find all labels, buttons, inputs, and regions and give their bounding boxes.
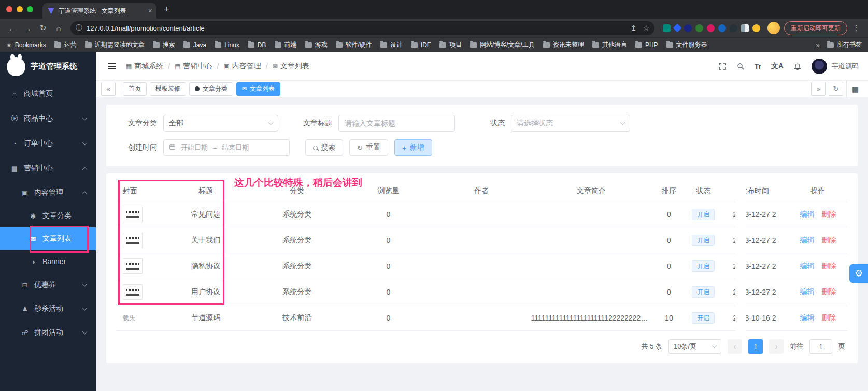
cover-thumbnail[interactable]	[123, 284, 143, 300]
bookmark-folder[interactable]: 设计	[380, 40, 403, 49]
bell-icon[interactable]	[793, 62, 802, 70]
sidebar-item-product-center[interactable]: Ⓟ 商品中心	[0, 106, 96, 131]
reset-button[interactable]: ↻ 重置	[349, 139, 388, 156]
bookmark-folder[interactable]: 文件服务器	[666, 40, 707, 49]
bookmark-folder[interactable]: 游戏	[305, 40, 328, 49]
current-page-button[interactable]: 1	[748, 339, 763, 354]
browser-tab[interactable]: 芋道管理系统 - 文章列表 ×	[42, 3, 156, 19]
tag-article-category[interactable]: 文章分类	[189, 82, 233, 96]
sidebar-item-article-category[interactable]: ✱ 文章分类	[0, 205, 96, 227]
back-icon[interactable]: ←	[5, 21, 19, 35]
bookmark-folder[interactable]: 其他语言	[592, 40, 627, 49]
edit-link[interactable]: 编辑	[800, 236, 815, 244]
reload-icon[interactable]: ↻	[36, 21, 50, 35]
delete-link[interactable]: 删除	[821, 262, 836, 270]
browser-menu-icon[interactable]: ⋮	[849, 21, 863, 35]
sidebar-item-groupbuy[interactable]: ☍ 拼团活动	[0, 321, 96, 344]
page-size-select[interactable]: 10条/页	[668, 339, 721, 354]
bookmark-folder[interactable]: 网站/博客/文章/工具	[470, 40, 535, 49]
extension-icon[interactable]	[673, 24, 682, 33]
prev-page-button[interactable]: ‹	[728, 339, 742, 354]
site-info-icon[interactable]: ⓘ	[76, 23, 82, 33]
font-size-icon[interactable]: Tr	[755, 62, 761, 70]
bookmark-folder[interactable]: PHP	[635, 41, 658, 49]
date-range-picker[interactable]: 开始日期 – 结束日期	[163, 139, 290, 156]
tag-home[interactable]: 首页	[123, 82, 147, 96]
all-bookmarks[interactable]: 所有书签	[827, 40, 862, 49]
breadcrumb-item-article-list[interactable]: ✉文章列表	[273, 62, 309, 71]
new-tab-button[interactable]: +	[164, 4, 169, 15]
layout-grid-icon[interactable]: ▦	[846, 81, 864, 97]
sidebar-item-article-list[interactable]: ✉ 文章列表	[0, 227, 96, 250]
sidebar-item-seckill[interactable]: ♟ 秒杀活动	[0, 297, 96, 321]
url-bar[interactable]: ⓘ 127.0.0.1/mall/promotion/content/artic…	[70, 21, 654, 35]
app-logo[interactable]: 芋道管理系统	[0, 52, 96, 81]
fullscreen-icon[interactable]	[718, 62, 727, 70]
share-icon[interactable]: ↥	[631, 24, 637, 32]
breadcrumb-item-content[interactable]: ▣内容管理	[223, 62, 261, 71]
window-zoom-button[interactable]	[27, 6, 33, 12]
extension-icon[interactable]	[707, 24, 715, 32]
bookmark-item-root[interactable]: ★Bookmarks	[6, 41, 46, 49]
sidebar-item-marketing-center[interactable]: ▤ 营销中心	[0, 156, 96, 181]
settings-fab[interactable]: ⚙	[849, 264, 868, 283]
window-close-button[interactable]	[6, 6, 12, 12]
bookmark-folder[interactable]: 项目	[439, 40, 462, 49]
sidebar-item-order-center[interactable]: ◔ 订单中心	[0, 131, 96, 156]
cover-thumbnail[interactable]	[123, 207, 143, 222]
status-select[interactable]: 请选择状态	[511, 115, 630, 132]
edit-link[interactable]: 编辑	[800, 210, 815, 218]
bookmark-folder[interactable]: 软件/硬件	[336, 40, 372, 49]
bookmark-folder[interactable]: 运营	[54, 40, 77, 49]
edit-link[interactable]: 编辑	[800, 287, 815, 296]
edit-link[interactable]: 编辑	[800, 313, 815, 322]
bookmark-folder[interactable]: DB	[248, 41, 266, 49]
extension-icon[interactable]	[718, 24, 726, 32]
delete-link[interactable]: 删除	[821, 210, 836, 218]
extension-icon[interactable]	[695, 24, 703, 32]
window-minimize-button[interactable]	[17, 6, 23, 12]
extension-icon[interactable]	[752, 24, 760, 32]
search-icon[interactable]	[736, 62, 745, 70]
bookmarks-overflow-icon[interactable]: »	[816, 41, 820, 49]
username[interactable]: 芋道源码	[832, 62, 859, 71]
forward-icon[interactable]: →	[21, 21, 34, 35]
add-button[interactable]: + 新增	[394, 139, 432, 156]
sidebar-item-coupon[interactable]: ⊟ 优惠券	[0, 273, 96, 297]
extension-icon[interactable]	[730, 24, 737, 32]
extension-icon[interactable]	[684, 24, 692, 32]
goto-page-input[interactable]	[809, 339, 832, 354]
bookmark-folder[interactable]: Java	[183, 41, 206, 49]
menu-toggle-icon[interactable]	[105, 60, 119, 73]
bookmark-folder[interactable]: Linux	[215, 41, 239, 49]
breadcrumb-item-mall[interactable]: ▦商城系统	[126, 62, 163, 71]
tags-refresh-icon[interactable]: ↻	[829, 82, 843, 96]
browser-profile-avatar[interactable]	[767, 22, 780, 34]
edit-link[interactable]: 编辑	[800, 262, 815, 270]
extension-icon[interactable]	[663, 24, 671, 32]
sidebar-item-mall-home[interactable]: ⌂ 商城首页	[0, 81, 96, 106]
tag-article-list[interactable]: ✉文章列表	[236, 82, 280, 96]
sidebar-item-banner[interactable]: ◑ Banner	[0, 250, 96, 273]
home-icon[interactable]: ⌂	[52, 21, 65, 35]
tags-collapse-right-icon[interactable]: »	[811, 82, 826, 96]
translate-icon[interactable]: 文A	[771, 62, 784, 71]
sidebar-item-content-management[interactable]: ▣ 内容管理	[0, 181, 96, 205]
bookmark-folder[interactable]: 搜索	[153, 40, 175, 49]
bookmark-folder[interactable]: 近期需要读的文章	[85, 40, 145, 49]
user-avatar[interactable]	[812, 59, 827, 74]
tag-template-decorate[interactable]: 模板装修	[150, 82, 186, 96]
next-page-button[interactable]: ›	[769, 339, 784, 354]
search-button[interactable]: 搜索	[305, 139, 343, 156]
article-title-input[interactable]	[338, 115, 455, 132]
cover-thumbnail[interactable]	[123, 258, 143, 274]
bookmark-folder[interactable]: IDE	[411, 41, 431, 49]
bookmark-folder[interactable]: 前端	[275, 40, 297, 49]
relaunch-update-button[interactable]: 重新启动即可更新	[784, 21, 847, 35]
bookmark-star-icon[interactable]: ☆	[643, 24, 649, 32]
tags-collapse-left-icon[interactable]: «	[101, 82, 116, 96]
bookmark-folder[interactable]: 资讯未整理	[543, 40, 584, 49]
breadcrumb-item-marketing[interactable]: ▤营销中心	[175, 62, 212, 71]
extension-icon[interactable]	[741, 24, 749, 32]
delete-link[interactable]: 删除	[821, 313, 836, 322]
